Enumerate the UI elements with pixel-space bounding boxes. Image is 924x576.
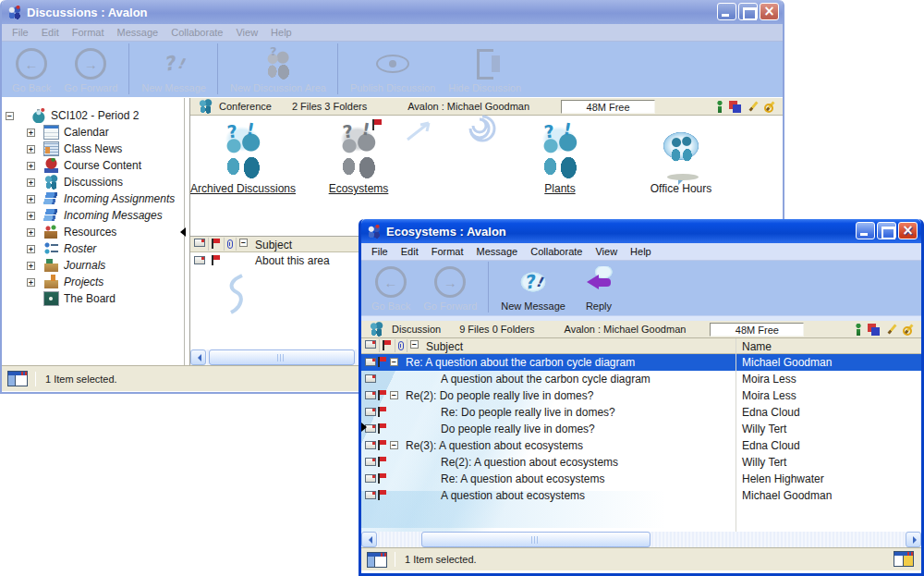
toolbar-button[interactable]: Hide Discussion [442, 43, 528, 94]
menu-item[interactable]: Edit [35, 25, 66, 40]
attachment-column-icon[interactable] [227, 239, 233, 249]
splitter-collapse-arrow-icon[interactable] [180, 227, 186, 237]
toolbar-button[interactable]: Go Forward [57, 43, 129, 94]
tree-item[interactable]: Calendar [2, 124, 184, 141]
tree-expand-toggle[interactable] [27, 278, 35, 287]
tree-item[interactable]: Incoming Messages [2, 207, 184, 224]
toolbar-button[interactable]: Go Back [6, 43, 57, 94]
tree-item[interactable]: Projects [2, 274, 184, 290]
view-mode-icon[interactable] [894, 551, 914, 567]
toolbar-button[interactable]: New Message [135, 43, 218, 94]
pane-toggle-icon[interactable] [367, 552, 387, 568]
menu-item[interactable]: Collaborate [524, 244, 589, 259]
close-button[interactable] [898, 222, 918, 239]
maximize-button[interactable] [738, 3, 758, 20]
collapse-all-toggle[interactable] [239, 239, 248, 247]
toolbar-button[interactable]: Reply [572, 262, 626, 313]
permissions-pencil-icon[interactable] [903, 324, 914, 336]
tree-item[interactable]: Discussions [2, 174, 184, 190]
flag-column-icon[interactable] [212, 239, 221, 249]
scrollbar-thumb[interactable] [421, 532, 650, 547]
ecosystems-titlebar[interactable]: Ecosystems : Avalon [361, 219, 921, 243]
layers-icon[interactable] [868, 324, 881, 336]
scroll-left-button[interactable] [361, 532, 377, 547]
envelope-column-icon[interactable] [194, 239, 205, 247]
tree-item[interactable]: The Board [2, 290, 184, 307]
tree-expand-toggle[interactable] [27, 228, 35, 237]
attachment-column-icon[interactable] [398, 341, 404, 350]
horizontal-scrollbar[interactable] [361, 532, 921, 547]
thread-collapse-toggle[interactable] [390, 441, 398, 449]
message-row[interactable]: Re: A question about the carbon cycle di… [361, 354, 921, 371]
layers-icon[interactable] [729, 101, 742, 113]
pane-arrow-icon[interactable] [361, 423, 367, 432]
tree-expand-toggle[interactable] [27, 245, 35, 253]
menu-item[interactable]: Format [425, 244, 470, 259]
tree-item[interactable]: Roster [2, 240, 184, 257]
tree-item[interactable]: Journals [2, 257, 184, 274]
tree-expand-toggle[interactable] [27, 162, 35, 170]
message-row[interactable]: A question about the carbon cycle diagra… [361, 371, 921, 387]
menu-item[interactable]: Format [66, 25, 111, 40]
menu-item[interactable]: View [589, 244, 624, 259]
desktop-item[interactable]: Ecosystems [316, 123, 401, 195]
envelope-column-icon[interactable] [365, 340, 376, 349]
column-divider[interactable] [736, 338, 736, 532]
who-is-online-icon[interactable] [716, 101, 723, 113]
minimize-button[interactable] [717, 3, 736, 20]
menu-item[interactable]: File [6, 25, 35, 40]
menu-item[interactable]: File [365, 244, 395, 259]
toolbar-button[interactable]: Publish Discussion [344, 43, 442, 94]
tree-expand-toggle[interactable] [27, 212, 35, 220]
thread-collapse-toggle[interactable] [390, 391, 398, 399]
menu-item[interactable]: Edit [395, 244, 425, 259]
tree-expand-toggle[interactable] [27, 195, 35, 203]
tree-expand-toggle[interactable] [27, 129, 35, 137]
minimize-button[interactable] [856, 222, 875, 239]
message-row[interactable]: Re(2): Do people really live in domes? M… [361, 387, 921, 404]
tree-expand-toggle[interactable] [27, 178, 35, 187]
toolbar-button[interactable]: New Message [494, 262, 572, 313]
close-button[interactable] [760, 3, 779, 20]
tree-item[interactable]: Incoming Assignments [2, 190, 184, 207]
message-row[interactable]: Re(3): A question about ecosystems Edna … [361, 437, 921, 454]
tree-expand-toggle[interactable] [27, 262, 35, 270]
toolbar-button[interactable]: Go Forward [417, 262, 489, 313]
tree-expand-toggle[interactable] [6, 112, 14, 120]
permissions-pencil-icon[interactable] [764, 101, 775, 113]
tree-item[interactable]: SCI102 - Period 2 [2, 107, 184, 124]
flag-column-icon[interactable] [383, 340, 392, 350]
discussions-titlebar[interactable]: Discussions : Avalon [2, 0, 783, 24]
pane-toggle-icon[interactable] [7, 371, 28, 386]
desktop-item[interactable]: Archived Discussions [190, 123, 296, 195]
desktop-item[interactable]: Plants [512, 123, 608, 195]
maximize-button[interactable] [877, 222, 896, 239]
message-row[interactable]: Do people really live in domes? Willy Te… [361, 421, 921, 437]
thread-collapse-toggle[interactable] [390, 358, 398, 366]
who-is-online-icon[interactable] [855, 324, 862, 336]
menu-item[interactable]: Collaborate [164, 25, 229, 40]
subject-column-header[interactable]: Subject [426, 340, 463, 353]
menu-item[interactable]: Help [264, 25, 298, 40]
toolbar-button[interactable]: Go Back [365, 262, 417, 313]
desktop-item[interactable]: Office Hours [595, 123, 767, 195]
toolbar-button[interactable]: New Discussion Area [224, 43, 338, 94]
tree-expand-toggle[interactable] [27, 145, 35, 153]
edit-pencil-icon[interactable] [886, 324, 897, 336]
message-row[interactable]: Re(2): A question about ecosystems Willy… [361, 454, 921, 471]
tree-item[interactable]: Course Content [2, 157, 184, 174]
collapse-all-toggle[interactable] [410, 340, 419, 349]
tree-item[interactable]: Class News [2, 141, 184, 157]
message-row[interactable]: Re: Do people really live in domes? Edna… [361, 404, 921, 421]
menu-item[interactable]: Help [624, 244, 658, 259]
name-column-header[interactable]: Name [742, 340, 772, 353]
scroll-right-button[interactable] [906, 532, 921, 547]
scroll-left-button[interactable] [190, 349, 206, 365]
edit-pencil-icon[interactable] [748, 101, 759, 113]
message-row[interactable]: A question about ecosystems Michael Good… [361, 487, 921, 504]
menu-item[interactable]: View [229, 25, 264, 40]
tree-item[interactable]: Resources [2, 224, 184, 240]
menu-item[interactable]: Message [470, 244, 525, 259]
scrollbar-thumb[interactable] [209, 349, 355, 365]
menu-item[interactable]: Message [111, 25, 165, 40]
